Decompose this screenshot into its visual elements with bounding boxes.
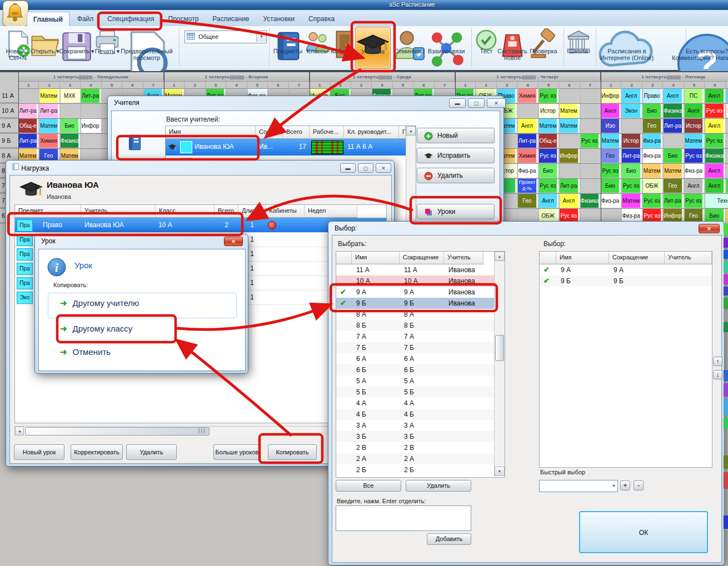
seminars-button[interactable]: Семинары (392, 27, 426, 69)
school-button[interactable]: Школа (565, 27, 592, 69)
tab-help[interactable]: Справка (302, 12, 341, 26)
column-header[interactable]: Всего (283, 126, 310, 139)
timetable-cell[interactable]: Физика (664, 104, 683, 118)
edit-lesson-button[interactable]: Корректировать (71, 444, 123, 460)
timetable-cell[interactable]: Физ-ра (643, 134, 662, 148)
timetable-cell[interactable]: Англ (705, 164, 725, 178)
teacher-row-selected[interactable]: Иванова ЮАИв...1711 А 6 А (166, 139, 406, 156)
questions-button[interactable]: ?Есть вопросы?Комментарии? Напиши... (672, 27, 728, 69)
class-row-label[interactable]: 10 А (0, 103, 18, 118)
timetable-cell[interactable]: Физ-ра (643, 149, 662, 163)
timetable-cell[interactable]: Рус яз (705, 104, 725, 118)
class-list-item[interactable]: 3 Б3 Б (336, 431, 494, 442)
maximize-button[interactable]: ▢ (468, 98, 485, 108)
timetable-cell[interactable]: Истор (685, 119, 704, 133)
timetable-cell[interactable]: Англ (560, 194, 579, 208)
timetable-cell[interactable]: Био (61, 119, 80, 133)
class-list-item[interactable]: 2 А2 А (336, 453, 494, 464)
timetable-cell[interactable]: Физ-ра (518, 164, 537, 178)
timetable-cell[interactable]: Истор (622, 134, 641, 148)
timetable-cell[interactable]: Лит-ра (664, 194, 683, 208)
timetable-cell[interactable]: Лит-ра (518, 134, 537, 148)
class-list-item[interactable]: 5 Б5 Б (336, 387, 494, 398)
maximize-button[interactable]: ▢ (358, 163, 373, 173)
scrollbar[interactable]: ▲▼ (494, 252, 505, 476)
timetable-cell[interactable]: Био (622, 164, 641, 178)
column-header[interactable]: Кл. руководит... (344, 126, 399, 139)
scroll-down-icon[interactable]: ▼ (495, 467, 505, 476)
timetable-cell[interactable]: Био (643, 104, 662, 118)
timetable-cell[interactable]: Англ (685, 104, 704, 118)
scroll-up-icon[interactable]: ▲ (406, 126, 416, 136)
timetable-cell[interactable]: Физ-ра (601, 194, 621, 208)
class-list-item[interactable]: 2 Б2 Б (336, 464, 494, 475)
scroll-left-icon[interactable]: ◄ (15, 427, 24, 435)
column-header[interactable]: Всего (215, 205, 238, 218)
tab-specification[interactable]: Спецификация (101, 12, 160, 26)
timetable-cell[interactable]: Лит-ра (81, 89, 101, 103)
timetable-cell[interactable]: Англ (539, 194, 559, 208)
timetable-cell[interactable]: Изо (601, 119, 621, 133)
more-lessons-button[interactable]: Больше уроков (213, 444, 261, 460)
timetable-cell[interactable]: Химия (518, 149, 537, 163)
timetable-cell[interactable]: Англ (705, 89, 725, 103)
tab-schedule[interactable]: Расписание (206, 12, 255, 26)
timetable-cell[interactable]: Лит-ра (19, 134, 38, 148)
column-header[interactable]: Сокращение (609, 252, 665, 264)
timetable-cell[interactable]: МХК (61, 89, 80, 103)
column-header[interactable]: Учитель (81, 205, 156, 218)
column-header[interactable]: Учитель (665, 252, 712, 264)
delete-button[interactable]: Удалить (417, 168, 495, 183)
timetable-cell[interactable]: Рус яз (601, 164, 621, 178)
class-row-label[interactable]: 11 А (0, 88, 18, 103)
subjects-button[interactable]: Предметы (271, 27, 305, 69)
timetable-cell[interactable]: Матем (39, 89, 59, 103)
timetable-cell[interactable]: Физ (726, 89, 728, 103)
timetable-cell[interactable]: Гео (601, 149, 621, 163)
open-button[interactable]: Открыть ▾ (29, 27, 61, 69)
timetable-cell[interactable]: Рус яз (685, 149, 704, 163)
chevron-down-icon[interactable]: ▼ (256, 31, 266, 42)
timetable-cell[interactable]: ПС (685, 89, 704, 103)
class-name-input[interactable] (336, 505, 471, 531)
timetable-cell[interactable]: Матем (622, 194, 641, 208)
remove-button[interactable]: Удалить (406, 480, 471, 492)
class-list-item[interactable]: 10 А10 АИванова (336, 276, 494, 287)
class-list-item[interactable]: 5 А5 А (336, 375, 494, 387)
column-header[interactable]: Недел (305, 205, 357, 218)
timetable-cell[interactable]: Проект д-ть (518, 179, 537, 193)
class-list-item[interactable]: 4 Б4 Б (336, 409, 494, 420)
app-logo-bell-icon[interactable]: asc (3, 1, 28, 27)
minimize-button[interactable]: ▬ (449, 98, 466, 108)
timetable-cell[interactable]: Физ-ра (685, 164, 704, 178)
quick-select-remove-button[interactable]: - (634, 480, 644, 490)
timetable-cell[interactable]: Физика (705, 149, 725, 163)
timetable-cell[interactable]: Рус яз (539, 179, 559, 193)
tab-file[interactable]: Файл (71, 12, 100, 26)
class-list-item[interactable]: 4 А4 А (336, 398, 494, 409)
class-list-item[interactable]: 7 А7 А (336, 331, 494, 342)
column-header[interactable]: Кабинеты (266, 205, 305, 218)
class-list-item[interactable]: ✔9 А9 А (540, 264, 712, 276)
lessons-button[interactable]: Уроки (417, 204, 495, 219)
timetable-cell[interactable]: Англ (601, 104, 621, 118)
timetable-cell[interactable]: Рус яз (643, 194, 662, 208)
timetable-cell[interactable]: Био (601, 179, 621, 193)
timetable-cell[interactable]: Матем (601, 134, 621, 148)
timetable-cell[interactable]: Общ-е (19, 119, 38, 133)
class-list-item[interactable]: ✔9 А9 АИванова (336, 287, 494, 298)
new-lesson-button[interactable]: Новый урок (14, 444, 64, 460)
close-icon[interactable]: ✕ (699, 224, 720, 233)
preview-button[interactable]: Предварительныйпросмотр (116, 27, 177, 69)
class-list-item[interactable]: ✔9 Б9 БИванова (336, 298, 494, 309)
column-header[interactable]: Имя (166, 126, 256, 139)
new-button[interactable]: Новый (417, 128, 495, 143)
class-list-item[interactable]: 8 А8 А (336, 309, 494, 320)
timetable-cell[interactable]: Био (539, 164, 559, 178)
command-link-to-class[interactable]: ➜Другому классу (60, 324, 132, 337)
view-combo[interactable]: Общее ▼ (185, 31, 267, 43)
close-icon[interactable]: ✕ (376, 163, 391, 173)
timetable-cell[interactable]: Лит-ра (664, 119, 683, 133)
tab-home[interactable]: Главный (27, 12, 69, 26)
timetable-cell[interactable]: Матем (560, 119, 579, 133)
